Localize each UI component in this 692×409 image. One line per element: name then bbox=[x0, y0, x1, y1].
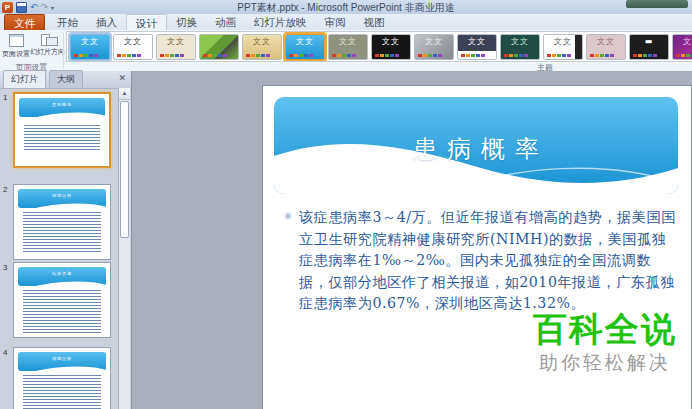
ribbon-tab[interactable]: 切换 bbox=[167, 14, 206, 30]
undo-icon[interactable]: ↶ bbox=[30, 2, 38, 13]
theme-thumbnail-label: 文文 bbox=[415, 37, 453, 46]
thumbnail-title: 临床表现 bbox=[44, 270, 81, 276]
theme-swatches bbox=[246, 52, 271, 57]
slide-number: 4 bbox=[3, 348, 7, 357]
theme-thumbnail[interactable] bbox=[199, 34, 239, 60]
close-icon[interactable]: ✕ bbox=[118, 73, 126, 83]
bullet-icon: ✳ bbox=[283, 210, 292, 223]
thumbnail-title: 病因分析 bbox=[44, 192, 81, 198]
slide-thumbnail[interactable]: 1 患病概率 bbox=[13, 92, 111, 168]
theme-thumbnail-label: 文文 bbox=[544, 37, 582, 46]
theme-thumbnail[interactable]: 文文 bbox=[457, 34, 497, 60]
slide-thumbnail[interactable]: 4 成因分析 bbox=[13, 347, 111, 409]
theme-thumbnail[interactable]: 文文 bbox=[156, 34, 196, 60]
slide-orientation-icon bbox=[40, 34, 56, 45]
slide-thumbnail[interactable]: 2 病因分析 bbox=[13, 184, 111, 260]
ribbon-tab[interactable]: 文件 bbox=[4, 14, 45, 30]
thumbnail-header: 病因分析 bbox=[18, 189, 106, 208]
theme-swatches bbox=[74, 52, 99, 57]
slide-body-text: 该症患病率3～4/万。但近年报道有增高的趋势，据美国国立卫生研究院精神健康研究所… bbox=[299, 207, 679, 315]
tab-slides[interactable]: 幻灯片 bbox=[3, 70, 46, 88]
ribbon-tab[interactable]: 动画 bbox=[206, 14, 245, 30]
theme-swatches bbox=[289, 52, 314, 57]
thumbnail-title: 成因分析 bbox=[44, 355, 81, 361]
panel-scrollbar[interactable]: ▲ bbox=[118, 88, 130, 409]
theme-thumbnail[interactable]: 文文 bbox=[113, 34, 153, 60]
group-separator bbox=[63, 32, 64, 68]
ribbon-tab[interactable]: 开始 bbox=[48, 14, 87, 30]
tab-outline[interactable]: 大纲 bbox=[49, 70, 83, 88]
theme-thumbnail-label: 文文 bbox=[157, 37, 195, 46]
ribbon-tab[interactable]: 插入 bbox=[87, 14, 126, 30]
slide-thumbnail-box: 临床表现 bbox=[13, 262, 111, 338]
watermark-main-text: 百科全说 bbox=[533, 312, 677, 348]
scrollbar-thumb[interactable] bbox=[120, 101, 129, 238]
theme-thumbnail-label: 文文 bbox=[458, 37, 496, 46]
slide-thumbnail-box: 成因分析 bbox=[13, 347, 111, 409]
theme-thumbnail[interactable]: 文文 bbox=[543, 34, 583, 60]
themes-gallery: 文文 文文 文文 文文 文文 bbox=[66, 31, 692, 62]
slide-orientation-button[interactable]: 幻灯片方向 bbox=[30, 32, 65, 62]
screen-overlay-artifact bbox=[626, 0, 688, 8]
theme-thumbnail[interactable]: 文文 bbox=[586, 34, 626, 60]
theme-thumbnail-label: 文文 bbox=[372, 37, 410, 46]
ribbon: 页面设置 幻灯片方向 文文 文文 文文 bbox=[0, 30, 692, 72]
powerpoint-app-icon[interactable]: P bbox=[2, 2, 13, 13]
thumbnail-header: 临床表现 bbox=[18, 267, 106, 286]
theme-swatches bbox=[504, 52, 529, 57]
slide-thumbnail-box: 患病概率 bbox=[13, 92, 111, 168]
thumbnail-header: 患病概率 bbox=[19, 98, 105, 117]
page-setup-group: 页面设置 幻灯片方向 bbox=[2, 32, 62, 62]
page-setup-icon bbox=[9, 34, 24, 47]
theme-thumbnail[interactable]: 文文 bbox=[70, 34, 110, 60]
ribbon-tab[interactable]: 审阅 bbox=[316, 14, 355, 30]
theme-thumbnail-label: ▬ bbox=[630, 37, 668, 46]
theme-thumbnail[interactable]: 文文 bbox=[242, 34, 282, 60]
workspace: 幻灯片 大纲 ✕ 1 患病概率 2 bbox=[0, 71, 692, 409]
theme-thumbnail-label: 文文 bbox=[286, 37, 324, 46]
slide-thumbnail[interactable]: 3 临床表现 bbox=[13, 262, 111, 338]
watermark: 百科全说 助你轻松解决 bbox=[533, 312, 677, 376]
theme-thumbnail[interactable]: 文文 bbox=[500, 34, 540, 60]
theme-thumbnail[interactable]: ▬ bbox=[629, 34, 669, 60]
theme-swatches bbox=[332, 52, 357, 57]
scroll-up-icon[interactable]: ▲ bbox=[119, 88, 130, 100]
quick-access-toolbar: P ↶ ↷ ▾ bbox=[2, 1, 54, 13]
redo-icon[interactable]: ↷ bbox=[41, 2, 49, 13]
slides-panel: 幻灯片 大纲 ✕ 1 患病概率 2 bbox=[0, 71, 132, 409]
theme-swatches bbox=[547, 52, 572, 57]
page-setup-button[interactable]: 页面设置 bbox=[2, 32, 30, 62]
slide-title[interactable]: 患病概率 bbox=[274, 133, 678, 165]
theme-thumbnail-label: 文文 bbox=[329, 37, 367, 46]
theme-thumbnail[interactable]: 文文 bbox=[672, 34, 692, 60]
theme-swatches bbox=[461, 52, 486, 57]
slide-number: 1 bbox=[3, 93, 7, 102]
theme-thumbnail[interactable]: 文文 bbox=[414, 34, 454, 60]
ribbon-tab[interactable]: 视图 bbox=[355, 14, 394, 30]
theme-thumbnail[interactable]: 文文 bbox=[371, 34, 411, 60]
thumbnail-text-lines bbox=[23, 212, 101, 252]
qat-dropdown-icon[interactable]: ▾ bbox=[51, 4, 54, 11]
theme-swatches bbox=[160, 52, 185, 57]
slide-body[interactable]: ✳ 该症患病率3～4/万。但近年报道有增高的趋势，据美国国立卫生研究院精神健康研… bbox=[283, 207, 679, 315]
title-bar: P ↶ ↷ ▾ PPT素材.pptx - Microsoft PowerPoin… bbox=[0, 0, 692, 15]
theme-thumbnail-label: 文文 bbox=[673, 37, 692, 46]
theme-swatches bbox=[375, 52, 400, 57]
theme-swatches bbox=[676, 52, 692, 57]
ribbon-tab[interactable]: 幻灯片放映 bbox=[245, 14, 316, 30]
save-icon[interactable] bbox=[16, 2, 27, 13]
slide-number: 2 bbox=[3, 185, 7, 194]
theme-thumbnail-label: 文文 bbox=[587, 37, 625, 46]
theme-thumbnail[interactable]: 文文 bbox=[328, 34, 368, 60]
ribbon-tab[interactable]: 设计 bbox=[126, 14, 167, 31]
thumbnail-text-lines bbox=[24, 125, 100, 151]
theme-swatches bbox=[117, 52, 142, 57]
theme-thumbnail[interactable]: 文文 bbox=[285, 34, 325, 60]
theme-thumbnail-label: 文文 bbox=[114, 37, 152, 46]
theme-thumbnail-label: 文文 bbox=[243, 37, 281, 46]
thumbnail-text-lines bbox=[23, 290, 101, 333]
ribbon-tab-row: 文件 开始 插入 设计 切换 动画 幻灯片放映 审阅 视图 bbox=[0, 14, 692, 31]
ribbon-tabs: 文件 开始 插入 设计 切换 动画 幻灯片放映 审阅 视图 bbox=[0, 14, 692, 30]
slide-canvas[interactable]: 患病概率 ✳ 该症患病率3～4/万。但近年报道有增高的趋势，据美国国立卫生研究院… bbox=[262, 85, 692, 409]
theme-thumbnail-label: 文文 bbox=[501, 37, 539, 46]
